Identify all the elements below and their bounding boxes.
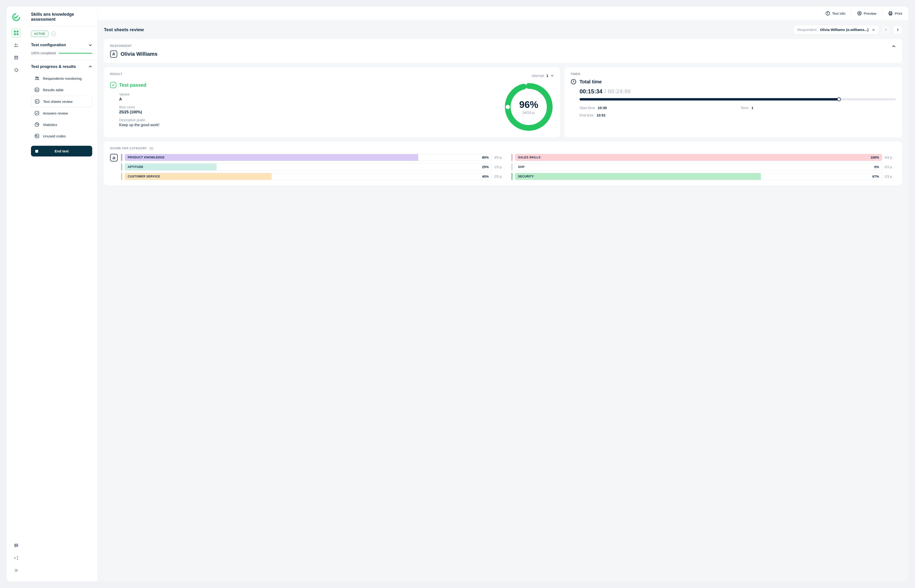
result-card: RESULT Attempt 1	[104, 67, 560, 137]
respondent-card: RESPONDENT Olivia Williams	[104, 39, 902, 63]
avatar-icon	[110, 50, 117, 58]
svg-point-5	[15, 44, 16, 45]
category-percent: 100%	[870, 155, 882, 159]
nav-item-unused-codes[interactable]: Unused codes	[31, 131, 92, 141]
score-donut: 96% 24/25 p.	[504, 82, 554, 132]
attempt-select[interactable]: Attempt 1	[531, 74, 554, 78]
category-points: 2/5 p.	[494, 174, 505, 178]
category-row: APTITUDE25%1/5 p.	[121, 163, 505, 171]
section-config[interactable]: Test configuration	[31, 41, 92, 49]
svg-text:?: ?	[16, 544, 17, 546]
category-name: SECURITY	[515, 175, 534, 178]
respondent-name: Olivia Williams	[121, 51, 157, 57]
timer-label: TIMER	[570, 73, 896, 76]
rail-help-icon[interactable]: ?	[11, 540, 21, 551]
test-info-label: Test info	[832, 11, 845, 16]
rail-settings-icon[interactable]	[11, 65, 21, 75]
rail-expand-icon[interactable]	[11, 565, 21, 576]
nav-icon	[34, 110, 40, 116]
print-button[interactable]: Print	[888, 11, 902, 16]
info-icon[interactable]: i	[51, 31, 56, 36]
category-row: SECURITY67%2/3 p.	[511, 173, 896, 180]
category-percent: 0%	[874, 165, 882, 169]
svg-point-31	[113, 53, 114, 54]
category-points: 1/5 p.	[494, 165, 505, 169]
category-name: APTITUDE	[125, 165, 143, 169]
timer-card: TIMER Total time 00:15:34/00:24:00 Start…	[564, 67, 902, 137]
result-label: RESULT	[110, 73, 123, 76]
category-mark	[121, 173, 122, 180]
nav-icon	[34, 99, 40, 104]
desc-grade-key: Descriptive grade	[119, 118, 497, 122]
svg-point-22	[36, 135, 37, 136]
category-points: 2/3 p.	[884, 174, 896, 178]
svg-point-26	[858, 11, 862, 15]
test-info-button[interactable]: Test info	[825, 11, 845, 16]
chevron-up-icon[interactable]	[892, 44, 896, 48]
category-bar: SALES SKILLS100%	[515, 154, 882, 161]
nav-item-label: Statistics	[43, 123, 57, 127]
prev-respondent-button[interactable]	[882, 25, 891, 34]
nav-item-label: Test sheets review	[43, 100, 73, 103]
next-respondent-button[interactable]	[893, 25, 902, 34]
nav-item-statistics[interactable]: Statistics	[31, 119, 92, 130]
category-name: CUSTOMER SERVICE	[125, 175, 160, 178]
category-percent: 25%	[482, 165, 492, 169]
end-time-value: 10:51	[596, 113, 606, 117]
nav-item-results-table[interactable]: Results table	[31, 84, 92, 95]
svg-rect-4	[17, 33, 18, 35]
category-percent: 67%	[872, 174, 882, 178]
chevron-down-icon	[551, 74, 554, 77]
rail-people-icon[interactable]	[11, 40, 21, 50]
donut-points: 24/25 p.	[522, 110, 535, 115]
category-mark	[121, 154, 122, 161]
rail-logout-icon[interactable]	[11, 553, 21, 563]
timer-title: Total time	[580, 79, 602, 84]
chevron-down-icon	[872, 28, 875, 31]
attempt-label: Attempt	[531, 74, 544, 78]
category-bar: PRODUCT KNOWLEDGE80%	[125, 154, 492, 161]
svg-rect-1	[14, 31, 16, 32]
nav-item-respondents-monitoring[interactable]: Respondents monitoring	[31, 73, 92, 84]
attempt-value: 1	[546, 74, 548, 78]
svg-rect-18	[35, 100, 39, 103]
category-bar: SOP0%	[515, 163, 882, 171]
nav-item-answers-review[interactable]: Answers review	[31, 108, 92, 119]
topbar: Test info Preview Print	[98, 6, 909, 20]
chart-icon	[110, 154, 118, 162]
category-row: SOP0%0/3 p.	[511, 163, 896, 171]
rail-dashboard-icon[interactable]	[11, 27, 21, 38]
nav-item-label: Respondents monitoring	[43, 76, 82, 81]
category-bar: SECURITY67%	[515, 173, 882, 180]
check-icon	[110, 82, 116, 88]
time-total: 00:24:00	[608, 88, 631, 95]
start-time-key: Start time	[580, 106, 595, 110]
sidebar: Skills ans knowledge assessment ACTIVE i…	[26, 6, 98, 582]
category-bar: APTITUDE25%	[125, 163, 492, 171]
section-progress[interactable]: Test progress & results	[31, 63, 92, 71]
category-mark	[121, 163, 122, 171]
svg-point-12	[36, 77, 37, 78]
preview-button[interactable]: Preview	[857, 11, 876, 16]
category-name: SALES SKILLS	[515, 156, 541, 159]
page-title: Skills ans knowledge assessment	[31, 12, 92, 22]
category-percent: 40%	[482, 174, 492, 178]
svg-rect-30	[889, 14, 891, 15]
donut-percent: 96%	[519, 99, 538, 110]
svg-point-6	[17, 44, 18, 45]
category-row: SALES SKILLS100%4/4 p.	[511, 154, 896, 161]
end-test-button[interactable]: End test	[31, 146, 92, 157]
rail-reports-icon[interactable]	[11, 52, 21, 63]
respondent-card-label: RESPONDENT	[110, 44, 157, 48]
variant-value: A	[119, 97, 497, 102]
start-time-value: 10:35	[598, 106, 607, 110]
svg-point-27	[859, 13, 860, 14]
nav-item-test-sheets-review[interactable]: Test sheets review	[31, 96, 92, 107]
respondent-select[interactable]: Respondent Olivia Williams (o.williams..…	[793, 25, 879, 34]
term-key: Term	[740, 106, 748, 110]
category-percent: 80%	[482, 155, 492, 159]
category-points: 0/3 p.	[884, 165, 896, 169]
nav-rail: ?	[6, 6, 26, 582]
print-label: Print	[895, 11, 902, 16]
categories-count: (8)	[149, 147, 154, 150]
